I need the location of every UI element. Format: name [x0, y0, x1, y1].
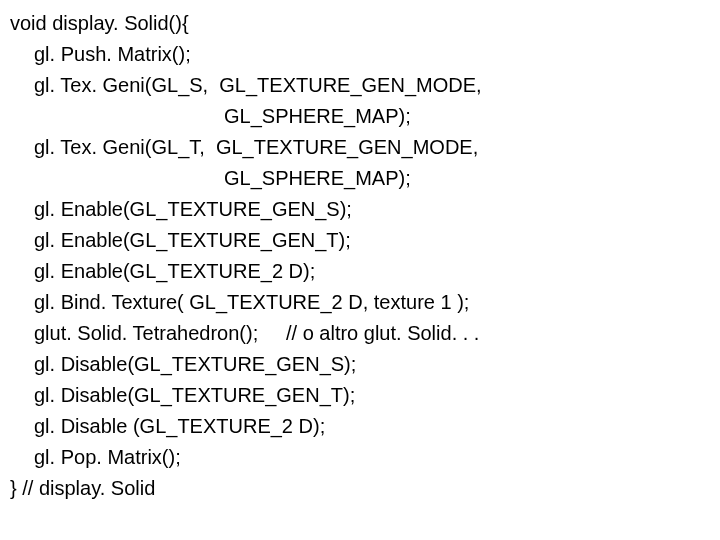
code-line-8: gl. Enable(GL_TEXTURE_GEN_T); [10, 225, 710, 256]
code-line-12: gl. Disable(GL_TEXTURE_GEN_S); [10, 349, 710, 380]
code-line-6: GL_SPHERE_MAP); [10, 163, 710, 194]
code-line-2: gl. Push. Matrix(); [10, 39, 710, 70]
code-line-14: gl. Disable (GL_TEXTURE_2 D); [10, 411, 710, 442]
code-line-1: void display. Solid(){ [10, 8, 710, 39]
code-line-16: } // display. Solid [10, 473, 710, 504]
code-line-3: gl. Tex. Geni(GL_S, GL_TEXTURE_GEN_MODE, [10, 70, 710, 101]
code-line-9: gl. Enable(GL_TEXTURE_2 D); [10, 256, 710, 287]
code-line-4: GL_SPHERE_MAP); [10, 101, 710, 132]
code-line-13: gl. Disable(GL_TEXTURE_GEN_T); [10, 380, 710, 411]
code-block: void display. Solid(){ gl. Push. Matrix(… [10, 8, 710, 504]
code-line-11: glut. Solid. Tetrahedron(); // o altro g… [10, 318, 710, 349]
code-line-7: gl. Enable(GL_TEXTURE_GEN_S); [10, 194, 710, 225]
code-line-10: gl. Bind. Texture( GL_TEXTURE_2 D, textu… [10, 287, 710, 318]
code-line-15: gl. Pop. Matrix(); [10, 442, 710, 473]
code-line-5: gl. Tex. Geni(GL_T, GL_TEXTURE_GEN_MODE, [10, 132, 710, 163]
